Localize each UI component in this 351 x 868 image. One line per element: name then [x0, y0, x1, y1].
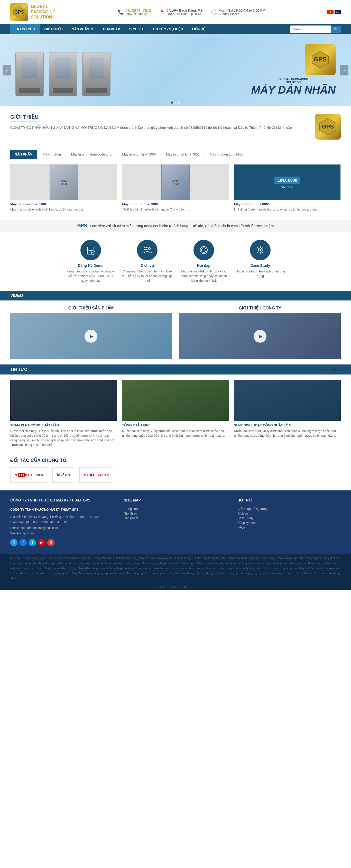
social-google[interactable]: G — [47, 539, 55, 546]
hero-dot-2[interactable] — [174, 101, 177, 103]
footer-website-value: gpcs.vn — [23, 531, 34, 535]
search-input[interactable] — [290, 26, 331, 33]
social-facebook[interactable]: f — [20, 539, 27, 546]
product-img-1[interactable]: LINX5900 — [10, 164, 117, 200]
prod-tab-2[interactable]: Máy in phun date code Linx — [67, 150, 117, 159]
news-card-3: XLNT SINH HOẠT CÔNG SUẤT LỚN Nước thải s… — [234, 380, 341, 447]
footer-address-value: 54/1/6A Bạch Đằng, Phường 2, Quận Tân Bì… — [22, 515, 99, 519]
footer-support-title: HỖ TRỢ — [237, 498, 341, 504]
prod-tab-4[interactable]: Máy in phun Linx 7800 — [161, 150, 204, 159]
intro-title: GIỚI THIỆU — [10, 114, 38, 122]
services-grid: ✏ Đăng Ký Demo Tăng năng suất của bạn – … — [10, 240, 341, 283]
product-title-2: Máy in phun Linx 7900 — [122, 202, 229, 206]
search-box: 🔍 — [290, 26, 341, 33]
hero-title: MÁY DÁN NHÃN — [251, 84, 336, 96]
nav-item-news[interactable]: TIN TỨC - SỰ KIỆN — [148, 24, 187, 34]
nav-item-solutions[interactable]: GIẢI PHÁP — [98, 24, 125, 34]
footer-phone-value: (08)38 48 7613/0907 34 88 61 — [26, 521, 67, 524]
prod-tab-all[interactable]: SẢN PHẨM — [10, 150, 37, 159]
hero-dot-3[interactable] — [178, 101, 180, 103]
product-img-2[interactable]: LINX7900 — [122, 164, 229, 200]
hours-info: 🕐 Mon - Sat : 9:00 AM to 7:00 PM Sunday … — [211, 8, 265, 16]
product-title-1: Máy in phun Linx 5900 — [10, 202, 117, 206]
service-card-service: Dịch vụ Chăm sóc khách hàng tận tâm. Bảo… — [122, 240, 173, 283]
gps-dash: - — [88, 224, 90, 228]
video-thumb-company[interactable] — [179, 313, 341, 359]
footer-link-faq[interactable]: FAQs — [237, 526, 341, 529]
partner-logo-3[interactable]: CABLE THỊPLA ® — [79, 467, 113, 483]
footer-link-case[interactable]: Case Study — [237, 516, 341, 520]
news-img-1[interactable] — [10, 380, 117, 421]
hero-right: GPS GLOBAL PACKAGINGSOLUTION MÁY DÁN NHÃ… — [251, 44, 336, 96]
footer-website-label: Website: — [10, 531, 22, 535]
footer-col-3: HỖ TRỢ Giải pháp - Ứng dụng Dịch vụ Case… — [237, 498, 341, 546]
video-grid: GIỚI THIỆU SẢN PHẨM GIỚI THIỆU CÔNG TY — [0, 301, 351, 365]
video-thumb-products[interactable] — [10, 313, 172, 359]
nav-item-products[interactable]: SẢN PHẨM ▼ — [67, 24, 98, 34]
nav-item-home[interactable]: TRANG CHỦ — [10, 24, 40, 34]
products-tabs: SẢN PHẨM / Máy in phun / Máy in phun dat… — [10, 150, 341, 159]
news-more-link[interactable]: Xem tất cả — [324, 368, 341, 371]
nav-item-services[interactable]: DỊCH VỤ — [125, 24, 148, 34]
footer-links-bar: ban may in phun cong nghiep › Carton Ere… — [0, 554, 351, 584]
hero-dot-1[interactable] — [171, 101, 173, 103]
footer-social: 𝕏 f S ▶ G — [10, 539, 114, 546]
news-desc-3: Nước thải sinh hoạt, xử lý nước thải sin… — [234, 429, 341, 438]
intro-text: CÔNG TY CỔ PHẦN ĐẦU TƯ XÂY DỰNG VÀ MÔI T… — [10, 125, 307, 131]
footer-link-home[interactable]: Trang chủ — [124, 507, 227, 511]
svg-text:GPS: GPS — [14, 9, 24, 14]
partners-section: ĐỐI TÁC CỦA CHÚNG TÔI M111KET Colusa MyL… — [0, 453, 351, 490]
hero-prev-button[interactable]: ‹ — [3, 65, 11, 75]
footer-link-service[interactable]: Dịch vụ — [237, 512, 341, 515]
flag-en[interactable]: EN — [334, 10, 341, 14]
service-desc-register: Tăng năng suất của bạn – đăng ký để trải… — [65, 269, 117, 283]
flag-vn[interactable]: ★ — [327, 10, 333, 14]
partner-logo-1[interactable]: M111KET Colusa — [10, 467, 47, 483]
news-card-1: TRẠM XLNT CÔNG SUẤT LỚN Nước thải sinh h… — [10, 380, 117, 447]
news-section-header: TIN TỨC Xem tất cả — [0, 365, 351, 374]
hero-logo: GPS — [305, 44, 336, 75]
navigation: TRANG CHỦ GIỚI THIỆU SẢN PHẨM ▼ GIẢI PHÁ… — [0, 24, 351, 34]
social-youtube[interactable]: ▶ — [38, 539, 45, 546]
hero-next-button[interactable]: › — [340, 65, 348, 75]
address-line2: Quận Tân Bình, Tp HCM — [167, 12, 203, 16]
product-desc-3: In 3 dòng (date, hạn sử dụng, ngày sản x… — [234, 207, 341, 212]
hero-company-name: GLOBAL PACKAGINGSOLUTION — [251, 78, 336, 84]
footer-link-products[interactable]: Sản phẩm — [124, 516, 227, 520]
footer-link-demo[interactable]: Đăng ký demo — [237, 521, 341, 525]
svg-text:✏: ✏ — [92, 252, 94, 254]
footer-link-solutions[interactable]: Giải pháp - Ứng dụng — [237, 507, 341, 511]
partner-logo-2[interactable]: MyLan — [53, 467, 74, 483]
intro-content: GIỚI THIỆU CÔNG TY CỔ PHẦN ĐẦU TƯ XÂY DỰ… — [10, 114, 307, 131]
video-card-company: GIỚI THIỆU CÔNG TY — [179, 306, 341, 359]
prod-tab-5[interactable]: Máy in phun Linx 8900 — [205, 150, 248, 159]
svg-point-14 — [149, 248, 151, 250]
service-icon-case — [250, 240, 270, 260]
play-button-2[interactable] — [254, 330, 266, 343]
search-button[interactable]: 🔍 — [331, 26, 341, 33]
prod-tab-1[interactable]: Máy in phun — [38, 150, 66, 159]
social-twitter[interactable]: 𝕏 — [10, 539, 18, 546]
machine-1 — [15, 52, 44, 96]
social-skype[interactable]: S — [29, 539, 36, 546]
logo-area: GPS GLOBAL PACKAGING SOLUTION — [10, 3, 56, 21]
footer-email-label: Email: — [10, 526, 19, 530]
service-card-case: Case Study Góc nhìn sản phẩm – giải pháp… — [234, 240, 286, 283]
news-img-3[interactable] — [234, 380, 341, 421]
play-button-1[interactable] — [85, 330, 97, 343]
video-section-header: VIDEO — [0, 291, 351, 301]
nav-item-contact[interactable]: LIÊN HỆ — [188, 24, 210, 34]
footer-link-about[interactable]: Giới thiệu — [124, 512, 227, 515]
nav-item-about[interactable]: GIỚI THIỆU — [40, 24, 67, 34]
machine-3 — [82, 52, 110, 96]
intro-logo: GPS — [315, 114, 341, 140]
prod-tab-3[interactable]: Máy in phun Linx 5900 — [118, 150, 160, 159]
hours-line2: Sunday Closed — [219, 12, 265, 16]
news-img-2[interactable] — [122, 380, 229, 421]
address-line1: 54/1/6A Bạch Đằng, P.2, — [167, 8, 203, 12]
footer-col-1: CÔNG TY TNHH THƯƠNG MẠI KỸ THUẬT GPS CÔN… — [10, 498, 114, 546]
service-desc-case: Góc nhìn sản phẩm – giải pháp ứng dụng — [234, 269, 286, 278]
product-img-3[interactable]: LINX 8900 CIJ Printer — [234, 164, 341, 200]
service-title-service: Dịch vụ — [122, 264, 173, 268]
footer-links-text: ban may in phun cong nghiep › Carton Ere… — [10, 556, 341, 580]
